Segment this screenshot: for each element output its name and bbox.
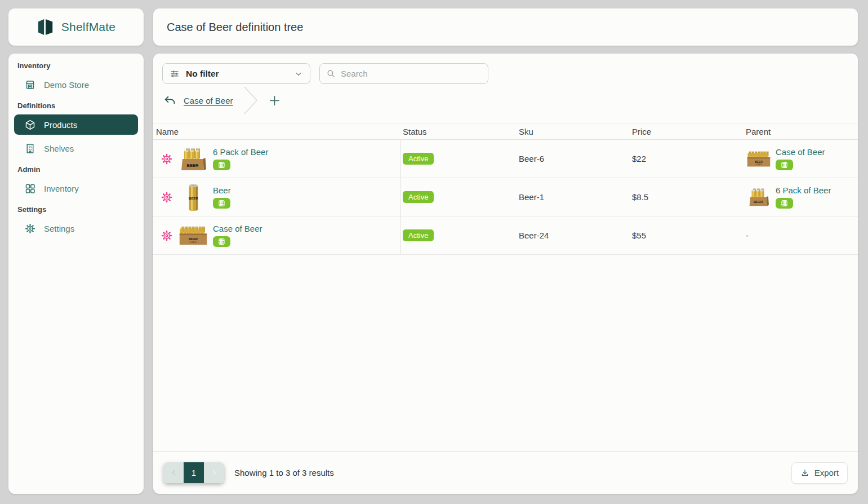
pagination-next-button[interactable] (204, 462, 224, 483)
row-settings-gear-icon[interactable] (160, 153, 173, 165)
sidebar-item-label: Demo Store (44, 80, 89, 90)
sidebar-section-definitions: Definitions (17, 101, 135, 110)
product-link[interactable]: Beer (213, 185, 231, 195)
keg-badge (213, 198, 230, 209)
svg-text:BEER: BEER (189, 237, 198, 241)
package-icon (24, 118, 36, 131)
beer-can-image: BEER (177, 182, 210, 213)
sidebar-item-demo-store[interactable]: Demo Store (14, 74, 138, 95)
pagination-page-1[interactable]: 1 (184, 462, 204, 483)
column-header-name: Name (153, 127, 400, 136)
filter-value: No filter (186, 69, 288, 79)
filter-dropdown[interactable]: No filter (162, 63, 310, 84)
search-input[interactable] (341, 69, 482, 78)
sku-cell: Beer-24 (517, 231, 630, 240)
sidebar-item-label: Settings (44, 224, 74, 233)
sidebar-section-settings: Settings (17, 205, 135, 214)
parent-cell: BEER 24 PACK Case of Beer (744, 147, 858, 170)
keg-badge (213, 236, 230, 247)
row-settings-gear-icon[interactable] (160, 229, 173, 242)
keg-badge (776, 160, 793, 170)
download-icon (800, 468, 809, 478)
building-icon (24, 142, 36, 154)
breadcrumb-current-link[interactable]: Case of Beer (184, 96, 233, 105)
column-header-status: Status (400, 127, 517, 136)
svg-text:BEER: BEER (755, 160, 763, 163)
export-button[interactable]: Export (791, 462, 848, 484)
keg-badge (213, 160, 230, 170)
filter-sliders-icon (170, 69, 180, 79)
logo-card: ShelfMate (8, 8, 144, 46)
sidebar-item-label: Inventory (44, 184, 79, 193)
add-node-button[interactable] (268, 94, 281, 107)
sku-cell: Beer-1 (517, 192, 630, 202)
sidebar-section-admin: Admin (17, 165, 135, 174)
products-table: Name Status Sku Price Parent (153, 123, 858, 255)
breadcrumb: Case of Beer (163, 85, 281, 116)
parent-cell: BEER 6 Pack of Beer (744, 185, 858, 209)
keg-badge (776, 198, 793, 209)
storefront-icon (24, 78, 36, 91)
six-pack-of-beer-image: BEER (746, 187, 772, 207)
svg-text:BEER: BEER (187, 163, 199, 168)
shelfmate-logo-icon (37, 17, 55, 37)
sidebar-item-label: Products (44, 120, 77, 130)
brand-name: ShelfMate (61, 20, 115, 34)
svg-text:BEER: BEER (188, 196, 198, 200)
pagination-prev-button[interactable] (163, 462, 184, 483)
grid-icon (24, 182, 36, 194)
sidebar-section-inventory: Inventory (17, 61, 135, 70)
svg-text:BEER: BEER (754, 200, 763, 204)
parent-link[interactable]: 6 Pack of Beer (776, 185, 831, 195)
chevron-down-icon (294, 69, 303, 78)
parent-link[interactable]: Case of Beer (776, 147, 825, 157)
svg-text:24 PACK: 24 PACK (189, 241, 197, 244)
gear-icon (24, 222, 36, 235)
product-link[interactable]: Case of Beer (213, 224, 262, 233)
sidebar-item-shelves[interactable]: Shelves (14, 138, 138, 158)
table-header: Name Status Sku Price Parent (153, 123, 858, 140)
search-icon (326, 69, 336, 78)
column-header-sku: Sku (517, 127, 630, 136)
search-box (319, 63, 488, 84)
six-pack-of-beer-image: BEER (177, 147, 210, 171)
status-badge: Active (403, 191, 434, 203)
case-of-beer-image: BEER 24 PACK (177, 226, 210, 246)
status-badge: Active (403, 229, 434, 241)
table-row: BEER 6 Pack of Beer Active Beer-6 $22 (153, 140, 858, 178)
export-label: Export (814, 468, 839, 478)
table-footer: 1 Showing 1 to 3 of 3 results Export (153, 451, 858, 494)
column-header-parent: Parent (744, 127, 858, 136)
status-badge: Active (403, 153, 434, 165)
page-title: Case of Beer definition tree (167, 21, 303, 34)
main-panel: No filter Case of Beer (153, 54, 858, 494)
row-settings-gear-icon[interactable] (160, 191, 173, 204)
svg-text:24 PACK: 24 PACK (756, 163, 762, 166)
pagination: 1 (163, 462, 224, 483)
sidebar: Inventory Demo Store Definitions Product… (8, 54, 144, 494)
breadcrumb-chevron-icon (242, 86, 259, 115)
price-cell: $22 (630, 154, 744, 163)
parent-empty: - (746, 231, 749, 240)
page-header: Case of Beer definition tree (153, 8, 858, 46)
back-button[interactable] (163, 94, 177, 108)
column-header-price: Price (630, 127, 744, 136)
product-link[interactable]: 6 Pack of Beer (213, 147, 268, 157)
results-summary: Showing 1 to 3 of 3 results (234, 468, 334, 478)
table-row: BEER 24 PACK Case of Beer Active Beer-24 (153, 216, 858, 255)
sidebar-item-label: Shelves (44, 144, 74, 153)
price-cell: $55 (630, 231, 744, 240)
table-row: BEER Beer Active Beer-1 $8.5 (153, 178, 858, 216)
sku-cell: Beer-6 (517, 154, 630, 163)
sidebar-item-products[interactable]: Products (14, 114, 138, 135)
price-cell: $8.5 (630, 192, 744, 202)
case-of-beer-image: BEER 24 PACK (746, 151, 772, 167)
sidebar-item-settings[interactable]: Settings (14, 218, 138, 238)
sidebar-item-inventory[interactable]: Inventory (14, 178, 138, 198)
